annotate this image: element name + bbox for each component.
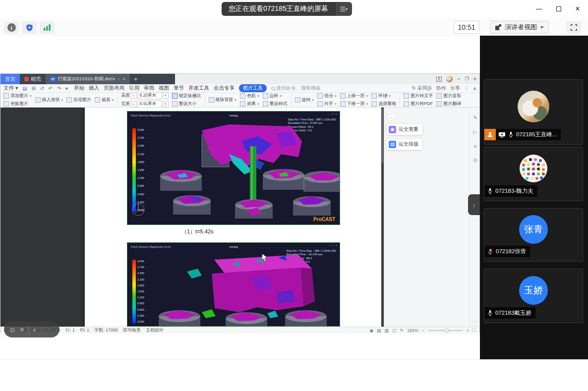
- maximize-button[interactable]: [551, 3, 566, 15]
- wrap-text-button[interactable]: 环绕▾: [371, 93, 396, 99]
- width-minus-button[interactable]: −: [131, 101, 137, 107]
- tab-document[interactable]: W 行星架20210310-初稿.docx ▫ ×: [46, 74, 130, 84]
- collaborate-button[interactable]: 协作: [436, 85, 446, 92]
- lock-aspect-ratio-checkbox[interactable]: 锁定纵横比: [172, 93, 201, 99]
- menu-start[interactable]: 开始: [74, 85, 84, 92]
- proofread-toggle[interactable]: 文档校对: [146, 327, 164, 334]
- status-fullscreen-icon[interactable]: ⛶: [472, 328, 475, 333]
- picture-to-text-button[interactable]: 图片转文字: [404, 93, 433, 99]
- status-wordcount[interactable]: 字数: 17065: [94, 327, 118, 334]
- color-button[interactable]: 色彩▾: [240, 93, 259, 99]
- menu-dev-tools[interactable]: 开发工具: [188, 85, 209, 92]
- crop-button[interactable]: 裁剪▾: [95, 97, 114, 103]
- menu-view[interactable]: 视图: [159, 85, 169, 92]
- rotate-button[interactable]: 旋转▾: [295, 97, 314, 103]
- minimize-button[interactable]: [531, 3, 546, 15]
- add-picture-button[interactable]: 添加图片▾: [3, 93, 32, 99]
- adjust-tool-icon[interactable]: ≡: [473, 143, 476, 149]
- share-button[interactable]: 分享: [450, 85, 460, 92]
- fullscreen-button[interactable]: [566, 21, 581, 34]
- wps-restore-icon[interactable]: ❒: [465, 77, 469, 81]
- banner-menu-icon[interactable]: ☰▾: [335, 2, 352, 16]
- participant-tile-4[interactable]: 玉娇 072183戴玉娇: [484, 269, 583, 323]
- width-value[interactable]: 9.91厘米: [138, 101, 162, 108]
- close-button[interactable]: ×: [570, 3, 585, 15]
- zoom-level[interactable]: 150%: [407, 328, 418, 333]
- edit-pen-icon[interactable]: ✎: [400, 328, 404, 333]
- border-button[interactable]: 边框▾: [263, 93, 288, 99]
- account-avatar[interactable]: [446, 76, 453, 82]
- zoom-in-button[interactable]: +: [466, 328, 469, 333]
- pen-tool-icon[interactable]: ✎: [473, 114, 477, 121]
- split-window-icon[interactable]: 1: [436, 77, 442, 82]
- page-view-icon[interactable]: ▤: [377, 328, 381, 333]
- reaction-smiley-icon[interactable]: ☺: [9, 326, 16, 333]
- menu-page-layout[interactable]: 页面布局: [104, 85, 124, 92]
- pane-more-icon[interactable]: ⋯: [472, 318, 478, 325]
- picture-tools-tab[interactable]: 图片工具: [239, 84, 267, 92]
- reset-style-button[interactable]: 重设样式: [263, 101, 288, 107]
- security-button[interactable]: [22, 21, 37, 34]
- effects-button[interactable]: 效果▾: [240, 101, 259, 107]
- tab-home[interactable]: 首页: [0, 74, 20, 84]
- read-view-icon[interactable]: ▢: [392, 328, 397, 333]
- insert-shape-button[interactable]: 插入形状▾: [35, 97, 63, 103]
- zoom-out-button[interactable]: −: [422, 328, 424, 333]
- spell-check-toggle[interactable]: 拼写检查: [123, 327, 141, 334]
- bring-forward-button[interactable]: 上移一层▾: [340, 93, 368, 99]
- help-tool-icon[interactable]: ⊙: [473, 157, 477, 164]
- sim-image-1[interactable]: Fluid Velocity Magnitude [m/s] mixing – …: [127, 111, 340, 225]
- view-mode-dropdown[interactable]: 演讲者视图: [490, 21, 549, 34]
- command-search[interactable]: 查找命令、搜索模板: [271, 85, 321, 92]
- menu-insert[interactable]: 插入: [89, 85, 99, 92]
- tab-docer[interactable]: 稻壳: [20, 74, 46, 84]
- height-plus-button[interactable]: +: [163, 93, 169, 99]
- height-value[interactable]: 8.20厘米: [138, 92, 162, 99]
- meeting-floating-bar[interactable]: ☺ ⌗ ‹: [4, 321, 59, 337]
- send-backward-button[interactable]: 下移一层▾: [340, 101, 368, 107]
- align-button[interactable]: 对齐▾: [317, 101, 337, 107]
- more-menu-icon[interactable]: ⋮: [464, 86, 469, 91]
- menu-member[interactable]: 会员专享: [214, 85, 235, 92]
- tab-pin-icon[interactable]: ▫: [118, 76, 120, 82]
- paper-format-button[interactable]: ▤ 论文排版: [386, 138, 423, 150]
- picture-translate-button[interactable]: 图片翻译: [436, 101, 461, 107]
- outline-view-icon[interactable]: ▥: [385, 328, 389, 333]
- eye-protect-icon[interactable]: ◉: [369, 328, 373, 333]
- collapse-ribbon-icon[interactable]: ∧: [473, 86, 476, 91]
- participant-tile-1[interactable]: 072185王直峰...: [484, 79, 583, 145]
- sim-image-2[interactable]: Fluid Velocity Magnitude [m/s] mixing – …: [127, 242, 340, 327]
- sync-status[interactable]: ↻ 未同步: [412, 85, 432, 92]
- quick-access-toolbar[interactable]: ▤ ⊞ ↺ ↶ ↷ ▾: [22, 86, 69, 91]
- picture-to-pdf-button[interactable]: 图片转PDF: [404, 101, 433, 107]
- compress-picture-button[interactable]: 压缩图片: [66, 97, 91, 103]
- width-plus-button[interactable]: +: [163, 101, 169, 107]
- wps-minimize-icon[interactable]: −: [457, 76, 460, 82]
- meeting-info-button[interactable]: i: [4, 21, 19, 34]
- network-status-button[interactable]: [40, 21, 55, 34]
- group-button[interactable]: 组合▾: [317, 93, 337, 99]
- remove-background-button[interactable]: 抠除背景▾: [209, 97, 237, 103]
- picture-extract-button[interactable]: 图片提取: [436, 93, 461, 99]
- menu-references[interactable]: 引用: [129, 85, 139, 92]
- new-tab-button[interactable]: +: [130, 74, 142, 84]
- wps-close-icon[interactable]: ×: [473, 76, 476, 82]
- paper-check-button[interactable]: ▣ 论文查重: [386, 123, 423, 135]
- menu-review[interactable]: 审阅: [144, 85, 154, 92]
- participants-collapse-handle[interactable]: ›: [468, 194, 480, 215]
- tab-close-icon[interactable]: ×: [122, 76, 125, 82]
- menu-section[interactable]: 章节: [174, 85, 184, 92]
- height-minus-button[interactable]: −: [131, 93, 137, 99]
- participant-tile-2[interactable]: 072183-魏力夫: [484, 147, 583, 201]
- replace-picture-button[interactable]: 替换图片: [3, 101, 32, 107]
- participant-tile-3[interactable]: 张青 072182张青: [484, 208, 583, 262]
- zoom-slider[interactable]: [428, 330, 463, 331]
- collapse-left-icon[interactable]: ‹: [33, 326, 36, 333]
- selection-pane-button[interactable]: 选择窗格: [371, 101, 396, 107]
- select-tool-icon[interactable]: ▷: [473, 129, 477, 135]
- collapse-panel-icon[interactable]: ︿: [387, 113, 396, 120]
- reset-size-button[interactable]: 重设大小: [172, 101, 201, 107]
- menu-file[interactable]: 文件 ▾: [3, 85, 18, 92]
- annotate-board-icon[interactable]: ⌗: [20, 327, 24, 333]
- document-page[interactable]: Fluid Velocity Magnitude [m/s] mixing – …: [85, 108, 381, 327]
